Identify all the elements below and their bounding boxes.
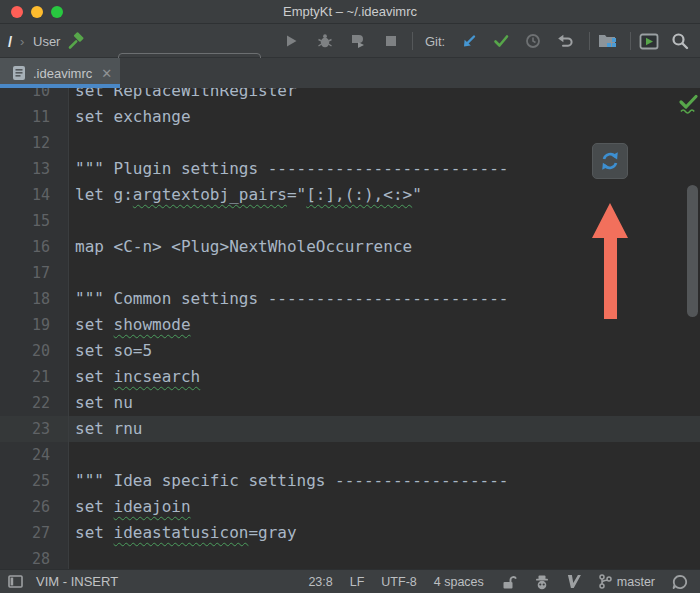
search-everywhere-icon[interactable] — [671, 24, 689, 58]
line-number[interactable]: 10 — [0, 88, 68, 104]
inspection-status-check-icon[interactable] — [678, 94, 699, 114]
breadcrumb-item[interactable]: User — [33, 24, 65, 58]
sync-refresh-icon — [600, 151, 620, 171]
project-folder-icon[interactable] — [597, 24, 617, 58]
breadcrumb-root[interactable]: / — [8, 24, 12, 58]
status-bar: VIM - INSERT 23:8 LF UTF-8 4 spaces — [0, 569, 700, 593]
code-text: set so=5 — [68, 338, 152, 364]
code-text: set ReplaceWithRegister — [68, 88, 297, 104]
code-text: """ Plugin settings --------------------… — [68, 156, 508, 182]
tab-label: .ideavimrc — [33, 66, 92, 81]
editor[interactable]: 10set ReplaceWithRegister11set exchange1… — [0, 88, 700, 569]
chevron-right-icon: › — [20, 24, 24, 58]
editor-line[interactable]: 28 — [0, 546, 700, 569]
code-text: set incsearch — [68, 364, 200, 390]
editor-line[interactable]: 24 — [0, 442, 700, 468]
notifications-balloon-icon[interactable] — [672, 574, 688, 590]
ide-window: EmptyKt – ~/.ideavimrc / › User Add Conf… — [0, 0, 700, 593]
line-number[interactable]: 23 — [0, 416, 68, 442]
code-text: set exchange — [68, 104, 191, 130]
git-commit-check-icon[interactable] — [493, 24, 509, 58]
branch-name: master — [617, 575, 655, 589]
code-text — [68, 130, 75, 156]
line-number[interactable]: 16 — [0, 234, 68, 260]
line-number[interactable]: 20 — [0, 338, 68, 364]
editor-line[interactable]: 27set ideastatusicon=gray — [0, 520, 700, 546]
line-number[interactable]: 13 — [0, 156, 68, 182]
main-toolbar: / › User Add Configuration... — [0, 24, 700, 58]
encoding-widget[interactable]: UTF-8 — [381, 575, 416, 589]
build-hammer-icon[interactable] — [67, 24, 85, 58]
editor-line[interactable]: 26set ideajoin — [0, 494, 700, 520]
code-text: set ideastatusicon=gray — [68, 520, 297, 546]
toolbar-separator — [630, 32, 631, 50]
git-branch-widget[interactable]: master — [598, 574, 655, 589]
annotation-arrow-up — [590, 201, 630, 321]
line-number[interactable]: 15 — [0, 208, 68, 234]
run-console-icon[interactable] — [639, 24, 659, 58]
code-text: set nu — [68, 390, 133, 416]
code-text: """ Idea specific settings -------------… — [68, 468, 508, 494]
git-branch-icon — [598, 574, 612, 589]
code-text: set showmode — [68, 312, 191, 338]
line-number[interactable]: 22 — [0, 390, 68, 416]
tab-close-icon[interactable]: ✕ — [101, 66, 112, 81]
line-number[interactable]: 28 — [0, 546, 68, 569]
line-number[interactable]: 24 — [0, 442, 68, 468]
ideavim-icon[interactable] — [567, 574, 581, 589]
title-bar: EmptyKt – ~/.ideavimrc — [0, 0, 700, 24]
code-text — [68, 260, 75, 286]
toolwindow-toggle-icon[interactable] — [8, 575, 23, 588]
file-icon — [12, 65, 26, 81]
run-with-coverage-icon[interactable] — [349, 24, 365, 58]
window-title: EmptyKt – ~/.ideavimrc — [0, 0, 700, 24]
code-text — [68, 546, 75, 569]
history-clock-icon[interactable] — [525, 24, 541, 58]
line-number[interactable]: 19 — [0, 312, 68, 338]
scrollbar-thumb[interactable] — [687, 185, 698, 317]
line-number[interactable]: 14 — [0, 182, 68, 208]
toolbar-separator — [412, 32, 413, 50]
editor-line[interactable]: 20set so=5 — [0, 338, 700, 364]
code-text: map <C-n> <Plug>NextWholeOccurrence — [68, 234, 412, 260]
line-number[interactable]: 27 — [0, 520, 68, 546]
line-number[interactable]: 25 — [0, 468, 68, 494]
code-text — [68, 208, 75, 234]
line-number[interactable]: 26 — [0, 494, 68, 520]
line-number[interactable]: 11 — [0, 104, 68, 130]
debug-bug-icon[interactable] — [317, 24, 333, 58]
inspections-hector-icon[interactable] — [534, 574, 550, 590]
editor-line[interactable]: 22set nu — [0, 390, 700, 416]
code-text: set rnu — [68, 416, 142, 442]
git-label: Git: — [425, 24, 445, 58]
run-icon[interactable] — [283, 24, 299, 58]
toolbar-separator — [589, 32, 590, 50]
code-text — [68, 442, 75, 468]
line-number[interactable]: 18 — [0, 286, 68, 312]
editor-line[interactable]: 21set incsearch — [0, 364, 700, 390]
line-number[interactable]: 12 — [0, 130, 68, 156]
editor-line[interactable]: 10set ReplaceWithRegister — [0, 88, 700, 104]
editor-line[interactable]: 25""" Idea specific settings -----------… — [0, 468, 700, 494]
stop-icon[interactable] — [383, 24, 399, 58]
code-text: """ Common settings --------------------… — [68, 286, 508, 312]
unlock-icon[interactable] — [501, 574, 517, 590]
editor-line[interactable]: 11set exchange — [0, 104, 700, 130]
gutter-separator — [68, 88, 69, 569]
reload-ideavimrc-button[interactable] — [592, 143, 628, 179]
vim-mode-indicator: VIM - INSERT — [36, 574, 118, 589]
rollback-undo-icon[interactable] — [557, 24, 573, 58]
code-text: let g:argtextobj_pairs="[:],(:),<:>" — [68, 182, 422, 208]
line-number[interactable]: 21 — [0, 364, 68, 390]
indent-widget[interactable]: 4 spaces — [434, 575, 484, 589]
editor-line[interactable]: 23set rnu — [0, 416, 700, 442]
line-separator-widget[interactable]: LF — [350, 575, 365, 589]
editor-tab-bar: .ideavimrc ✕ — [0, 58, 700, 88]
git-update-project-icon[interactable] — [461, 24, 477, 58]
caret-position-widget[interactable]: 23:8 — [308, 575, 332, 589]
line-number[interactable]: 17 — [0, 260, 68, 286]
code-text: set ideajoin — [68, 494, 191, 520]
